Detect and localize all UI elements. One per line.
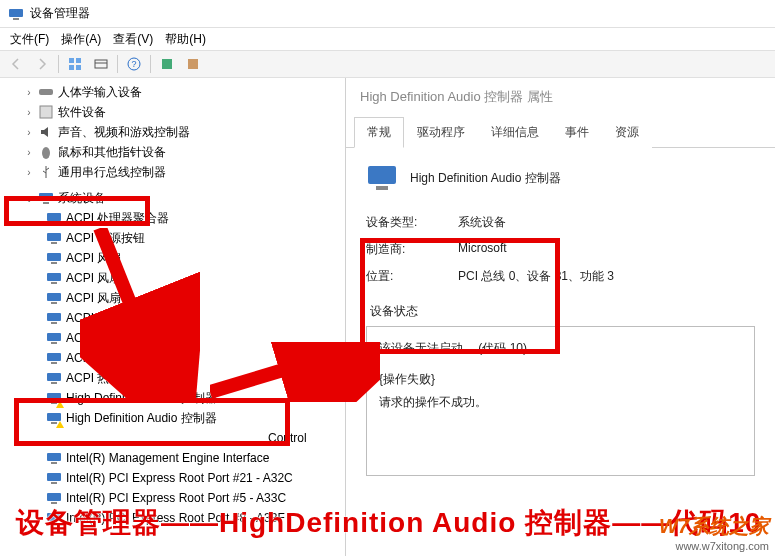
tree-node-software[interactable]: ›软件设备 (8, 102, 345, 122)
expand-icon[interactable]: › (22, 105, 36, 119)
tree-label: Intel(R) Management Engine Interface (66, 451, 269, 465)
tab-details[interactable]: 详细信息 (478, 117, 552, 148)
svg-rect-41 (47, 473, 61, 481)
kv-key: 制造商: (366, 241, 458, 258)
tree-node-mouse[interactable]: ›鼠标和其他指针设备 (8, 142, 345, 162)
svg-rect-30 (51, 342, 57, 344)
view-action-button[interactable] (89, 52, 113, 76)
svg-point-14 (42, 147, 50, 159)
monitor-icon (46, 310, 62, 326)
svg-rect-31 (47, 353, 61, 361)
toolbar-separator (58, 55, 59, 73)
properties-tabs: 常规 驱动程序 详细信息 事件 资源 (346, 116, 775, 148)
tab-events[interactable]: 事件 (552, 117, 602, 148)
tree-node-acpi-fan[interactable]: ACPI 风扇 (8, 288, 345, 308)
toolbar-separator (117, 55, 118, 73)
svg-rect-2 (69, 58, 74, 63)
svg-rect-40 (51, 462, 57, 464)
tree-node-acpi-fan[interactable]: ACPI 风扇 (8, 308, 345, 328)
scan-hardware-button[interactable] (155, 52, 179, 76)
monitor-icon (46, 330, 62, 346)
tree-node-acpi-fixed[interactable]: ACPI 固定功能按钮 (8, 348, 345, 368)
svg-rect-11 (188, 59, 198, 69)
expand-icon[interactable]: › (22, 145, 36, 159)
tree-node-pci[interactable]: Intel(R) PCI Express Root Port #21 - A32… (8, 468, 345, 488)
watermark-logo: W7系统之家 (659, 513, 769, 540)
status-line: 该设备无法启动。 (代码 10) (379, 337, 742, 360)
monitor-icon (46, 470, 62, 486)
status-textbox[interactable]: 该设备无法启动。 (代码 10) {操作失败} 请求的操作不成功。 (366, 326, 755, 476)
monitor-icon (46, 410, 62, 426)
svg-rect-34 (51, 382, 57, 384)
tree-label: ACPI 风扇 (66, 270, 121, 287)
tree-node-acpi-fan[interactable]: ACPI 风扇 (8, 248, 345, 268)
svg-rect-24 (51, 282, 57, 284)
tab-resources[interactable]: 资源 (602, 117, 652, 148)
menu-action[interactable]: 操作(A) (55, 29, 107, 50)
tree-node-acpi-agg[interactable]: ACPI 处理器聚合器 (8, 208, 345, 228)
svg-rect-38 (51, 422, 57, 424)
monitor-icon (38, 190, 54, 206)
tree-label: 通用串行总线控制器 (58, 164, 166, 181)
window-title: 设备管理器 (30, 5, 90, 22)
svg-rect-26 (51, 302, 57, 304)
tree-node-hda[interactable]: High Definition Audio 控制器 (8, 408, 345, 428)
monitor-icon (46, 230, 62, 246)
menu-view[interactable]: 查看(V) (107, 29, 159, 50)
device-tree[interactable]: ›人体学输入设备 ›软件设备 ›声音、视频和游戏控制器 ›鼠标和其他指针设备 ›… (0, 78, 345, 532)
svg-rect-6 (95, 60, 107, 68)
svg-rect-16 (43, 202, 49, 204)
tree-node-acpi-power[interactable]: ACPI 电源按钮 (8, 228, 345, 248)
tree-node-system[interactable]: ⌄系统设备 (8, 188, 345, 208)
collapse-icon[interactable]: ⌄ (22, 191, 36, 205)
tree-node-ctrl[interactable]: Control (8, 428, 345, 448)
tree-node-hda[interactable]: High Definition Audio 控制器 (8, 388, 345, 408)
tree-node-acpi-thermal[interactable]: ACPI 热区域 (8, 368, 345, 388)
monitor-icon (46, 210, 62, 226)
help-button[interactable]: ? (122, 52, 146, 76)
tree-label: ACPI 处理器聚合器 (66, 210, 169, 227)
kv-value: 系统设备 (458, 214, 506, 231)
monitor-icon (46, 290, 62, 306)
nav-back-button[interactable] (4, 52, 28, 76)
tree-label: 系统设备 (58, 190, 106, 207)
menu-help[interactable]: 帮助(H) (159, 29, 212, 50)
tree-label: Control (268, 431, 307, 445)
tree-node-audio[interactable]: ›声音、视频和游戏控制器 (8, 122, 345, 142)
svg-rect-37 (47, 413, 61, 421)
svg-rect-27 (47, 313, 61, 321)
properties-button[interactable] (181, 52, 205, 76)
tree-node-hid[interactable]: ›人体学输入设备 (8, 82, 345, 102)
expand-icon[interactable]: › (22, 125, 36, 139)
menu-file[interactable]: 文件(F) (4, 29, 55, 50)
tree-label: ACPI 风扇 (66, 330, 121, 347)
device-header: High Definition Audio 控制器 (366, 164, 755, 192)
nav-forward-button[interactable] (30, 52, 54, 76)
svg-rect-25 (47, 293, 61, 301)
tree-label: 软件设备 (58, 104, 106, 121)
tree-label: 人体学输入设备 (58, 84, 142, 101)
svg-rect-32 (51, 362, 57, 364)
expand-icon[interactable]: › (22, 85, 36, 99)
svg-rect-33 (47, 373, 61, 381)
tree-node-usb[interactable]: ›通用串行总线控制器 (8, 162, 345, 182)
tree-node-mei[interactable]: Intel(R) Management Engine Interface (8, 448, 345, 468)
tab-general[interactable]: 常规 (354, 117, 404, 148)
tab-driver[interactable]: 驱动程序 (404, 117, 478, 148)
view-tree-button[interactable] (63, 52, 87, 76)
kv-key: 位置: (366, 268, 458, 285)
svg-rect-5 (76, 65, 81, 70)
toolbar: ? (0, 50, 775, 78)
svg-rect-36 (51, 402, 57, 404)
svg-rect-13 (40, 106, 52, 118)
svg-rect-0 (9, 9, 23, 17)
usb-icon (38, 164, 54, 180)
properties-title: High Definition Audio 控制器 属性 (346, 78, 775, 112)
tree-node-acpi-fan[interactable]: ACPI 风扇 (8, 328, 345, 348)
monitor-icon (46, 390, 62, 406)
tree-label: Intel(R) PCI Express Root Port #21 - A32… (66, 471, 293, 485)
device-icon (366, 164, 398, 192)
tree-node-acpi-fan[interactable]: ACPI 风扇 (8, 268, 345, 288)
expand-icon[interactable]: › (22, 165, 36, 179)
tree-label: ACPI 热区域 (66, 370, 133, 387)
